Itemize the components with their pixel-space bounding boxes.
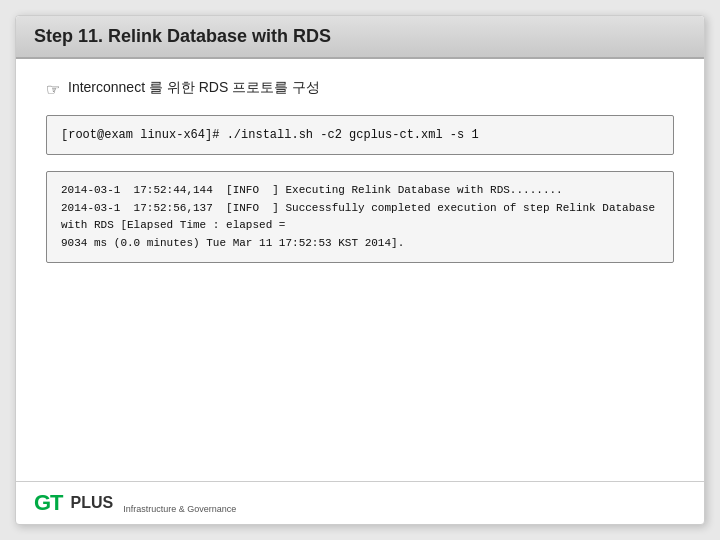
output-block: 2014-03-1 17:52:44,144 [INFO ] Executing… — [46, 171, 674, 263]
logo-tagline: Infrastructure & Governance — [123, 504, 236, 514]
command-block: [root@exam linux-x64]# ./install.sh -c2 … — [46, 115, 674, 155]
bullet-point: ☞ Interconnect 를 위한 RDS 프로토를 구성 — [46, 79, 674, 99]
bullet-arrow-icon: ☞ — [46, 80, 60, 99]
command-line: [root@exam linux-x64]# ./install.sh -c2 … — [61, 126, 659, 144]
slide-header: Step 11. Relink Database with RDS — [16, 16, 704, 59]
logo-gt: GT — [34, 490, 63, 516]
logo-plus: PLUS — [71, 494, 114, 512]
bullet-text: Interconnect 를 위한 RDS 프로토를 구성 — [68, 79, 320, 97]
slide-footer: GT PLUS Infrastructure & Governance — [16, 481, 704, 524]
slide-container: Step 11. Relink Database with RDS ☞ Inte… — [15, 15, 705, 525]
output-line-2: 2014-03-1 17:52:56,137 [INFO ] Successfu… — [61, 200, 659, 235]
slide-body: ☞ Interconnect 를 위한 RDS 프로토를 구성 [root@ex… — [16, 59, 704, 481]
output-line-3: 9034 ms (0.0 minutes) Tue Mar 11 17:52:5… — [61, 235, 659, 253]
slide-title: Step 11. Relink Database with RDS — [34, 26, 686, 47]
output-line-1: 2014-03-1 17:52:44,144 [INFO ] Executing… — [61, 182, 659, 200]
